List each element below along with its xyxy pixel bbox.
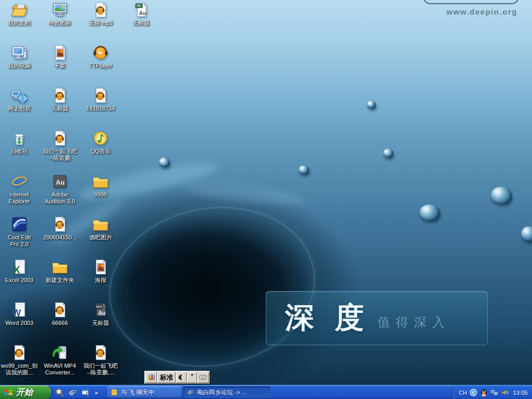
desktop-icon-internet-explorer[interactable]: Internet Explorer [0,173,39,205]
fullwidth-moon-icon [178,374,184,381]
desktop-icon-untitled-audio[interactable]: 无标题 [40,87,80,112]
task-label: 与 飞 聊天中 [121,389,154,396]
desktop-icon-women-yiqi-fei-ba-2[interactable]: 我们一起飞吧 --陈景鹏.... [81,344,120,376]
desktop-icon-untitled-pk[interactable]: 无标题 [121,1,161,27]
desktop-icon-label: TTPlayer [89,63,113,69]
audition-pk-file-icon [132,1,150,19]
desktop-icon-label: 无标题 [133,20,150,27]
ime-logo-icon [147,373,155,381]
desktop-icon-label: 66666 [52,320,68,327]
qq-messenger-icon[interactable] [480,389,488,396]
word-icon [10,301,28,319]
taskbar: 开始 » 与 飞 聊天中 电白同乡论坛 -> ... CH [0,385,532,399]
desktop-icon-label: 无聊 mp3 [89,20,113,27]
desktop-icon-haibao[interactable]: 海报 [81,258,120,284]
water-droplet [521,226,532,242]
my-computer-icon [10,44,28,62]
desktop-icon-qq-music[interactable]: QQ音乐 [81,129,120,155]
excel-icon [10,258,28,276]
internet-explorer-icon [68,388,77,397]
task-button-qq-chat[interactable]: 与 飞 聊天中 [107,386,182,398]
image-file-icon [92,258,109,276]
desktop-icon-ttplayer[interactable]: TTPlayer [81,44,120,69]
water-droplet [491,187,512,204]
windows-flag-icon [4,389,14,396]
deepin-site-url: www.deepin.org [447,7,517,16]
audio-file-icon [51,215,69,233]
desktop-icon-141918734[interactable]: 141918734 [81,87,120,112]
desktop-icon-200604150[interactable]: 200604150... [40,215,80,241]
desktop-icon-9999[interactable]: 9999 [81,173,120,198]
desktop-icon-my-documents[interactable]: 我的文档 [0,1,39,27]
desktop-icon-label: WinAVI MP4 Converter... [44,362,76,376]
ime-logo-button[interactable] [145,372,157,383]
ime-punctuation-button[interactable]: ’’ [187,372,197,383]
adobe-audition-icon [51,173,69,190]
audio-file-icon [92,344,109,361]
desktop-icon-recycle-bin[interactable]: 回收站 [0,129,39,155]
desktop-icon-label: 我们一起飞吧 --陈景鹏.... [83,362,118,376]
desktop-icon-winavi-converter[interactable]: WinAVI MP4 Converter... [40,344,80,376]
ime-soft-keyboard-button[interactable] [197,372,209,383]
desktop-icon-label: 网上邻居 [8,105,31,112]
desktop-icon-label: 新建文件夹 [46,277,75,284]
internet-explorer-icon [10,173,28,190]
start-button[interactable]: 开始 [0,385,51,399]
internet-explorer-quick-launch[interactable] [68,388,78,397]
desktop-icon-wo99-song[interactable]: wo99_com_别 说我的眼... [0,344,39,376]
volume-icon[interactable] [501,389,509,396]
quick-launch-overflow-chevron[interactable]: » [94,390,99,396]
desktop-icon-label: Cool Edit Pro 2.0 [8,234,31,248]
desktop-icon-untitled-ses[interactable]: 无标题 [81,301,120,327]
desktop-icon-label: 海报 [95,277,106,284]
desktop-screen: www.deepin.org 深 度 值得深入 我的文档 我的电脑 网上邻居 回… [0,0,532,399]
audio-file-icon [51,301,69,319]
desktop-icon-label: Word 2003 [5,320,33,327]
audio-file-icon [10,344,28,361]
audio-file-icon [51,87,69,104]
desktop-icon-women-yiqi-fei-ba[interactable]: 我们一起飞吧 --陈景鹏 [40,129,80,162]
ime-language-bar[interactable]: 标准 ’’ [144,371,210,384]
desktop-icon-network-places[interactable]: 网上邻居 [0,87,39,112]
desktop-icon-label: 我们一起飞吧 --陈景鹏 [43,148,77,162]
search-quick-launch[interactable] [55,388,65,397]
desktop-icon-label: 回收站 [11,148,28,155]
desktop-icon-effect-icons[interactable]: 特效图标 [40,1,80,27]
wallpaper-arc-line [423,0,519,4]
folder-icon [92,215,109,233]
desktop-icon-excel-2003[interactable]: Excel 2003 [0,258,39,284]
desktop-icon-label: QQ音乐 [90,148,110,155]
ime-fullwidth-button[interactable] [176,372,187,383]
collapse-chevron-icon[interactable] [469,389,477,396]
winavi-converter-icon [51,344,69,361]
water-splash-ring [96,191,328,383]
quick-launch-bar: » [55,385,99,399]
desktop-icon-my-computer[interactable]: 我的电脑 [0,44,39,69]
internet-explorer-icon [187,389,194,396]
desktop-icon-kayan[interactable]: 卡宴 [40,44,80,69]
desktop-icon-word-2003[interactable]: Word 2003 [0,301,39,327]
show-desktop-quick-launch[interactable] [81,388,91,397]
desktop-icon-label: 卡宴 [54,63,66,69]
desktop-icon-label: Adobe Audition 3.0 [45,191,75,205]
task-button-forum-browser[interactable]: 电白同乡论坛 -> ... [183,386,270,398]
desktop-icon-66666[interactable]: 66666 [40,301,80,327]
clock[interactable]: 13:05 [513,390,528,396]
folder-icon [51,258,69,276]
desktop-icon-cool-edit-pro[interactable]: Cool Edit Pro 2.0 [0,215,39,248]
desktop-icon-wuliao-mp3[interactable]: 无聊 mp3 [81,1,120,27]
desktop-icon-label: 200604150... [43,234,77,241]
ime-mode-button[interactable]: 标准 [157,372,176,383]
desktop-icon-adobe-audition[interactable]: Adobe Audition 3.0 [40,173,80,205]
desktop-icon-label: 无标题 [92,320,109,327]
network-icon[interactable] [490,389,498,396]
water-droplet [419,204,440,221]
desktop-icon-new-folder[interactable]: 新建文件夹 [40,258,80,284]
qq-chat-note-icon [111,389,118,396]
cool-edit-icon [10,215,28,233]
language-indicator[interactable]: CH [459,390,467,396]
desktop-icon-label: 酒吧图片 [89,234,112,241]
audio-file-icon [92,1,109,19]
show-desktop-icon [81,388,90,397]
desktop-icon-bar-pictures[interactable]: 酒吧图片 [81,215,120,241]
